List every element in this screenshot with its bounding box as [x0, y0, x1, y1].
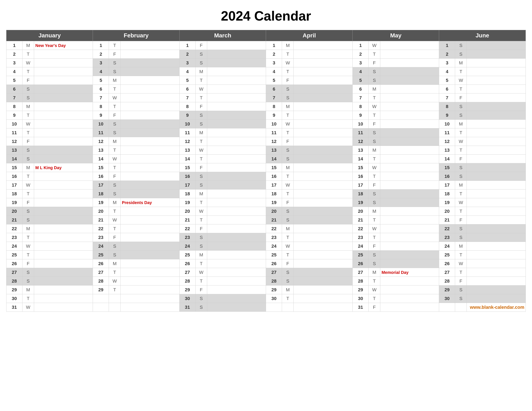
- calendar-row: 4T4S4M4T4S4T: [6, 67, 526, 76]
- day-number: 24: [352, 242, 369, 251]
- day-letter: T: [369, 50, 380, 59]
- day-number: 25: [266, 251, 282, 259]
- day-number: 13: [6, 146, 22, 155]
- event-cell: [207, 224, 266, 233]
- day-number: 5: [439, 76, 455, 85]
- day-number: 28: [6, 277, 22, 286]
- day-number: 28: [352, 277, 369, 286]
- event-cell: [380, 102, 439, 111]
- day-number: 13: [352, 146, 369, 155]
- event-cell: [121, 102, 179, 111]
- day-letter: T: [455, 190, 467, 198]
- event-cell: [294, 59, 352, 67]
- day-letter: T: [369, 277, 380, 286]
- day-number: 19: [179, 198, 195, 207]
- day-number: 31: [179, 303, 195, 312]
- event-cell: [380, 190, 439, 198]
- day-letter: T: [455, 128, 467, 137]
- day-letter: M: [22, 102, 34, 111]
- event-cell: [467, 286, 526, 294]
- calendar-row: 15MM L King Day15T15F15M15W15S: [6, 163, 526, 172]
- day-number: 26: [179, 259, 195, 268]
- day-letter: F: [195, 286, 207, 294]
- event-cell: [467, 294, 526, 303]
- day-letter: T: [195, 259, 207, 268]
- day-number: 20: [179, 207, 195, 216]
- day-number: 3: [439, 59, 455, 67]
- day-number: 13: [93, 146, 109, 155]
- event-cell: [467, 137, 526, 146]
- calendar-container: JanuaryFebruaryMarchAprilMayJune1MNew Ye…: [6, 30, 526, 312]
- day-letter: F: [109, 172, 121, 181]
- event-cell: [34, 224, 93, 233]
- day-number: 3: [93, 59, 109, 67]
- day-letter: F: [195, 41, 207, 50]
- calendar-row: 22M22T22F22M22W22S: [6, 224, 526, 233]
- calendar-row: 11T11S11M11T11S11T: [6, 128, 526, 137]
- day-letter: F: [22, 137, 34, 146]
- day-letter: T: [109, 85, 121, 94]
- day-letter: S: [369, 67, 380, 76]
- day-letter: T: [369, 233, 380, 242]
- day-number: 17: [6, 181, 22, 190]
- day-number: 2: [93, 50, 109, 59]
- day-letter: S: [22, 94, 34, 102]
- day-number: 9: [439, 111, 455, 120]
- event-cell: [121, 277, 179, 286]
- day-letter: T: [282, 190, 294, 198]
- event-cell: [34, 233, 93, 242]
- day-letter: T: [109, 207, 121, 216]
- day-letter: W: [455, 76, 467, 85]
- day-number: 1: [6, 41, 22, 50]
- day-letter: W: [282, 59, 294, 67]
- day-letter: F: [282, 76, 294, 85]
- event-cell: [121, 181, 179, 190]
- calendar-row: 7S7W7T7S7T7F: [6, 94, 526, 102]
- day-number: 25: [352, 251, 369, 259]
- event-cell: [34, 128, 93, 137]
- day-number: 24: [439, 242, 455, 251]
- day-letter: S: [455, 102, 467, 111]
- day-letter: W: [369, 102, 380, 111]
- empty-cell: [93, 294, 109, 303]
- event-cell: [380, 120, 439, 128]
- day-letter: S: [195, 120, 207, 128]
- event-cell: [467, 67, 526, 76]
- event-cell: [34, 94, 93, 102]
- event-cell: [380, 251, 439, 259]
- day-letter: T: [282, 294, 294, 303]
- day-number: 4: [352, 67, 369, 76]
- event-cell: [207, 163, 266, 172]
- day-letter: M: [455, 120, 467, 128]
- day-letter: W: [195, 146, 207, 155]
- event-cell: [121, 190, 179, 198]
- day-letter: T: [455, 85, 467, 94]
- day-number: 2: [439, 50, 455, 59]
- event-cell: [380, 277, 439, 286]
- event-cell: [467, 111, 526, 120]
- event-cell: [121, 233, 179, 242]
- day-letter: S: [195, 59, 207, 67]
- event-cell: [34, 102, 93, 111]
- day-number: 28: [93, 277, 109, 286]
- day-letter: T: [282, 111, 294, 120]
- event-cell: [207, 85, 266, 94]
- day-number: 9: [266, 111, 282, 120]
- day-letter: S: [455, 41, 467, 50]
- day-letter: T: [195, 277, 207, 286]
- day-letter: W: [195, 85, 207, 94]
- day-letter: W: [369, 163, 380, 172]
- day-letter: S: [282, 268, 294, 277]
- empty-cell: [121, 303, 179, 312]
- event-cell: [380, 172, 439, 181]
- empty-cell: [109, 303, 121, 312]
- day-number: 10: [93, 120, 109, 128]
- event-cell: [34, 251, 93, 259]
- day-letter: S: [109, 120, 121, 128]
- day-number: 3: [352, 59, 369, 67]
- event-cell: [121, 172, 179, 181]
- day-letter: T: [455, 207, 467, 216]
- day-number: 27: [93, 268, 109, 277]
- event-cell: [121, 41, 179, 50]
- calendar-row: 8M8T8F8M8W8S: [6, 102, 526, 111]
